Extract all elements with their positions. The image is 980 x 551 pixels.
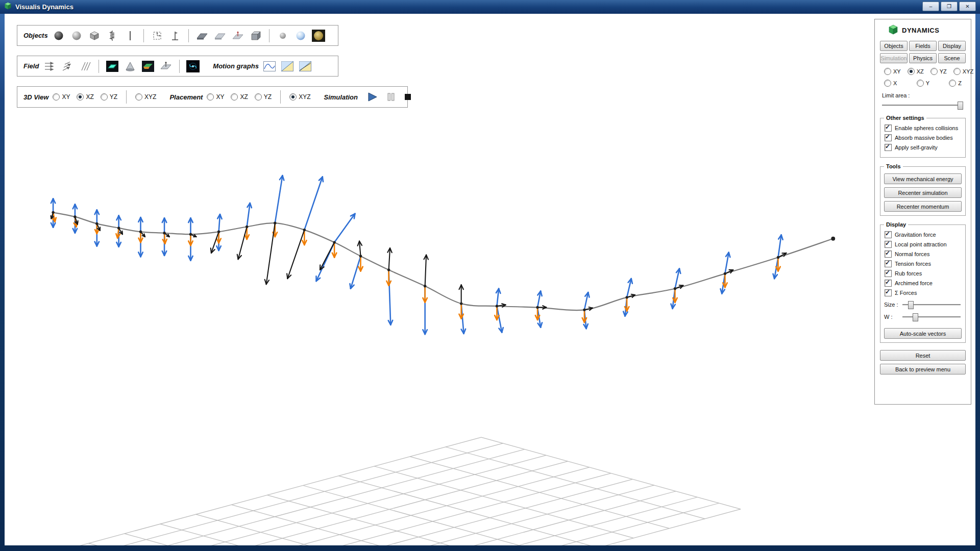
radio-placement-xz[interactable]: XZ [231, 93, 248, 101]
tab-display[interactable]: Display [938, 41, 966, 51]
inclined-plane-dark-icon[interactable] [195, 29, 209, 42]
checkbox-rub-forces[interactable]: Rub forces [885, 270, 961, 277]
radio-label: Z [958, 80, 962, 86]
tab-objects[interactable]: Objects [880, 41, 908, 51]
field-galaxy-icon[interactable] [186, 60, 200, 73]
tab-physics[interactable]: Physics [909, 53, 937, 63]
radio-icon [135, 93, 142, 101]
other-settings-group: Other settings Enable spheres collisions… [880, 115, 966, 158]
field-arrows-tilt-icon[interactable] [61, 60, 74, 73]
radio-view-xyz[interactable]: XYZ [135, 93, 156, 101]
radio-axis-x[interactable]: X [884, 80, 897, 87]
radio-axis-z[interactable]: Z [949, 80, 962, 87]
size-slider[interactable] [902, 300, 961, 309]
radio-plane-xyz[interactable]: XYZ [953, 68, 973, 75]
checkbox-apply-self-gravity[interactable]: Apply self-gravity [885, 144, 961, 151]
inclined-plane-light-icon[interactable] [213, 29, 227, 42]
radio-view-xy[interactable]: XY [53, 93, 70, 101]
slider-track [902, 316, 961, 318]
window-title: Visualis Dynamics [15, 3, 74, 11]
recenter-momentum-button[interactable]: Recenter momentum [884, 201, 962, 212]
checkbox-icon [885, 134, 892, 141]
graph-line-icon[interactable] [299, 60, 312, 73]
recenter-simulation-button[interactable]: Recenter simulation [884, 187, 962, 198]
radio-view-xz[interactable]: XZ [77, 93, 93, 101]
checkbox-label: Apply self-gravity [895, 144, 938, 151]
radio-plane-yz[interactable]: YZ [930, 68, 947, 75]
sphere-dark-icon[interactable] [52, 29, 65, 42]
radio-placement-xy[interactable]: XY [207, 93, 224, 101]
play-button[interactable] [367, 92, 378, 102]
radio-placement-xyz[interactable]: XYZ [289, 93, 310, 101]
radio-icon [53, 93, 60, 101]
radio-label: YZ [940, 68, 947, 74]
radio-label: XYZ [963, 68, 973, 74]
radio-axis-y[interactable]: Y [917, 80, 929, 87]
slider-thumb[interactable] [958, 102, 963, 110]
radio-icon [289, 93, 297, 101]
limit-area-slider[interactable] [882, 101, 963, 109]
field-toolbar: Field Motion graphs [17, 56, 338, 77]
radio-placement-yz[interactable]: YZ [255, 93, 272, 101]
window-titlebar[interactable]: Visualis Dynamics – ❐ ✕ [0, 0, 980, 14]
wall-block-icon[interactable] [249, 29, 262, 42]
rod-icon[interactable] [124, 29, 137, 42]
pause-button[interactable] [386, 92, 396, 102]
checkbox-icon [885, 289, 892, 296]
checkbox-tension-forces[interactable]: Tension forces [885, 260, 961, 267]
measuring-pole-icon[interactable] [168, 29, 182, 42]
graph-curve-icon[interactable] [263, 60, 276, 73]
checkbox-normal-forces[interactable]: Normal forces [885, 251, 961, 258]
field-cone-icon[interactable] [124, 60, 137, 73]
field-plane-arrow-icon[interactable] [159, 60, 173, 73]
w-slider[interactable] [902, 313, 961, 321]
close-button[interactable]: ✕ [959, 2, 976, 11]
maximize-button[interactable]: ❐ [941, 2, 958, 11]
sphere-gray-icon[interactable] [70, 29, 83, 42]
objects-toolbar: Objects [17, 25, 338, 46]
sphere-textured-icon[interactable] [312, 29, 325, 42]
sphere-small-icon[interactable] [276, 29, 289, 42]
placement-label: Placement [169, 93, 203, 101]
slider-thumb[interactable] [913, 313, 918, 321]
slider-thumb[interactable] [908, 301, 914, 309]
radio-view-yz[interactable]: YZ [101, 93, 117, 101]
minimize-button[interactable]: – [922, 2, 939, 11]
field-icon-row [43, 60, 200, 73]
limit-area-label: Limit area : [882, 92, 966, 98]
sphere-glossy-icon[interactable] [294, 29, 307, 42]
selection-frame-icon[interactable] [151, 29, 164, 42]
field-arrows-icon[interactable] [43, 60, 56, 73]
simulation-label: Simulation [324, 93, 358, 101]
w-row: W : [884, 313, 962, 321]
field-plane-green-icon[interactable] [106, 60, 119, 73]
checkbox-enable-spheres-collisions[interactable]: Enable spheres collisions [885, 124, 961, 132]
radio-plane-xz[interactable]: XZ [908, 68, 924, 75]
tab-simulation[interactable]: Simulation [880, 53, 908, 63]
reset-button[interactable]: Reset [880, 350, 966, 361]
checkbox-icon [885, 251, 892, 258]
tab-fields[interactable]: Fields [909, 41, 937, 51]
motion-graphs-icon-row [263, 60, 312, 73]
checkbox-forces[interactable]: Σ Forces [885, 289, 961, 296]
checkbox-absorb-massive-bodies[interactable]: Absorb massive bodies [885, 134, 961, 141]
radio-icon [255, 93, 262, 101]
field-lines-icon[interactable] [79, 60, 92, 73]
auto-scale-vectors-button[interactable]: Auto-scale vectors [884, 328, 962, 339]
tab-scene[interactable]: Scene [938, 53, 966, 63]
radio-plane-xy[interactable]: XY [884, 68, 901, 75]
toolbar-separator [143, 29, 144, 42]
checkbox-local-point-attraction[interactable]: Local point attraction [885, 241, 961, 248]
checkbox-label: Tension forces [895, 261, 931, 267]
cube-icon[interactable] [88, 29, 101, 42]
field-plane-orange-icon[interactable] [141, 60, 155, 73]
back-to-preview-menu-button[interactable]: Back to preview menu [880, 364, 966, 374]
spring-icon[interactable] [106, 29, 119, 42]
graph-area-icon[interactable] [281, 60, 294, 73]
view-mechanical-energy-button[interactable]: View mechanical energy [884, 173, 962, 184]
checkbox-icon [885, 280, 892, 287]
plane-arrow-icon[interactable] [231, 29, 244, 42]
checkbox-gravitation-force[interactable]: Gravitation force [885, 231, 961, 238]
checkbox-archimed-force[interactable]: Archimed force [885, 280, 961, 287]
stop-button[interactable] [404, 93, 412, 101]
